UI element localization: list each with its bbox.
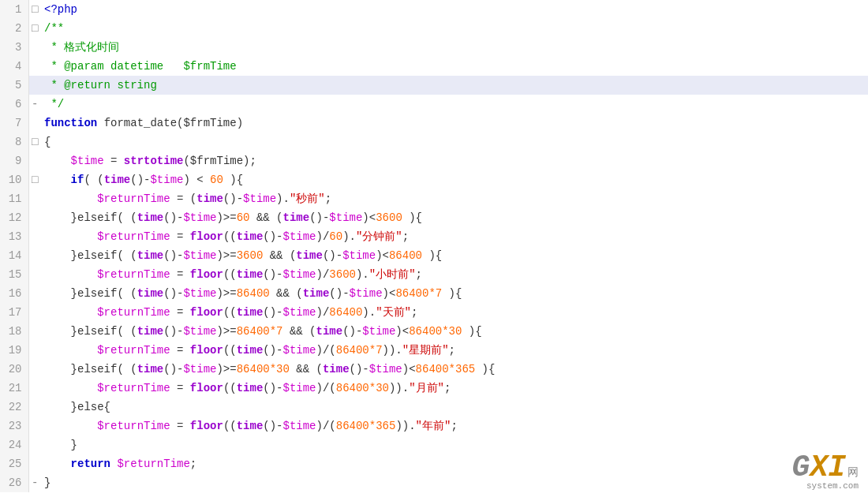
fold-icon[interactable]: □	[28, 19, 41, 38]
code-line: return $returnTime;	[41, 454, 868, 473]
table-row: 13 $returnTime = floor((time()-$time)/60…	[0, 227, 868, 246]
code-line: if( (time()-$time) < 60 ){	[41, 170, 868, 189]
fold-icon	[28, 379, 41, 398]
code-line: }	[41, 473, 868, 492]
line-number: 4	[0, 57, 28, 76]
code-line: /**	[41, 19, 868, 38]
fold-icon[interactable]: -	[28, 473, 41, 492]
line-number: 13	[0, 227, 28, 246]
line-number: 6	[0, 95, 28, 114]
fold-icon	[28, 322, 41, 341]
code-editor: 1□<?php2□/**3 * 格式化时间4 * @param datetime…	[0, 0, 868, 497]
table-row: 3 * 格式化时间	[0, 38, 868, 57]
table-row: 12 }elseif( (time()-$time)>=60 && (time(…	[0, 208, 868, 227]
line-number: 24	[0, 435, 28, 454]
table-row: 15 $returnTime = floor((time()-$time)/36…	[0, 265, 868, 284]
table-row: 1□<?php	[0, 0, 868, 19]
code-line: }elseif( (time()-$time)>=60 && (time()-$…	[41, 208, 868, 227]
line-number: 5	[0, 76, 28, 95]
code-line: }else{	[41, 398, 868, 417]
fold-icon[interactable]: □	[28, 170, 41, 189]
code-line: $returnTime = (time()-$time)."秒前";	[41, 189, 868, 208]
code-line: {	[41, 133, 868, 151]
table-row: 10□ if( (time()-$time) < 60 ){	[0, 170, 868, 189]
table-row: 11 $returnTime = (time()-$time)."秒前";	[0, 189, 868, 208]
fold-icon[interactable]: □	[28, 0, 41, 19]
code-line: */	[41, 95, 868, 114]
line-number: 9	[0, 151, 28, 170]
code-line: $returnTime = floor((time()-$time)/(8640…	[41, 417, 868, 435]
line-number: 10	[0, 170, 28, 189]
code-line: * @param datetime $frmTime	[41, 57, 868, 76]
fold-icon	[28, 265, 41, 284]
table-row: 8□{	[0, 133, 868, 151]
code-line: $returnTime = floor((time()-$time)/60)."…	[41, 227, 868, 246]
table-row: 21 $returnTime = floor((time()-$time)/(8…	[0, 379, 868, 398]
table-row: 4 * @param datetime $frmTime	[0, 57, 868, 76]
code-line: }	[41, 435, 868, 454]
watermark-net: 网	[847, 465, 859, 480]
code-line: * @return string	[41, 76, 868, 95]
fold-icon	[28, 227, 41, 246]
code-line: $returnTime = floor((time()-$time)/3600)…	[41, 265, 868, 284]
line-number: 2	[0, 19, 28, 38]
line-number: 16	[0, 284, 28, 303]
code-line: }elseif( (time()-$time)>=86400*7 && (tim…	[41, 322, 868, 341]
fold-icon	[28, 189, 41, 208]
table-row: 17 $returnTime = floor((time()-$time)/86…	[0, 303, 868, 322]
table-row: 23 $returnTime = floor((time()-$time)/(8…	[0, 417, 868, 435]
watermark-xi: XI	[810, 450, 846, 484]
fold-icon	[28, 246, 41, 265]
fold-icon	[28, 208, 41, 227]
fold-icon	[28, 303, 41, 322]
line-number: 1	[0, 0, 28, 19]
code-line: }elseif( (time()-$time)>=3600 && (time()…	[41, 246, 868, 265]
table-row: 19 $returnTime = floor((time()-$time)/(8…	[0, 341, 868, 360]
fold-icon	[28, 341, 41, 360]
line-number: 7	[0, 114, 28, 133]
code-line: $returnTime = floor((time()-$time)/(8640…	[41, 379, 868, 398]
fold-icon	[28, 435, 41, 454]
code-line: * 格式化时间	[41, 38, 868, 57]
table-row: 7function format_date($frmTime)	[0, 114, 868, 133]
line-number: 12	[0, 208, 28, 227]
fold-icon	[28, 360, 41, 379]
line-number: 19	[0, 341, 28, 360]
table-row: 22 }else{	[0, 398, 868, 417]
fold-icon[interactable]: -	[28, 95, 41, 114]
line-number: 8	[0, 133, 28, 151]
table-row: 20 }elseif( (time()-$time)>=86400*30 && …	[0, 360, 868, 379]
line-number: 15	[0, 265, 28, 284]
line-number: 20	[0, 360, 28, 379]
line-number: 23	[0, 417, 28, 435]
table-row: 9 $time = strtotime($frmTime);	[0, 151, 868, 170]
fold-icon	[28, 284, 41, 303]
line-number: 18	[0, 322, 28, 341]
line-number: 3	[0, 38, 28, 57]
fold-icon	[28, 417, 41, 435]
table-row: 26-}	[0, 473, 868, 492]
table-row: 25 return $returnTime;	[0, 454, 868, 473]
table-row: 24 }	[0, 435, 868, 454]
table-row: 14 }elseif( (time()-$time)>=3600 && (tim…	[0, 246, 868, 265]
watermark: G XI 网 system.com	[792, 450, 859, 491]
code-line: }elseif( (time()-$time)>=86400 && (time(…	[41, 284, 868, 303]
fold-icon	[28, 151, 41, 170]
code-line: $returnTime = floor((time()-$time)/(8640…	[41, 341, 868, 360]
line-number: 22	[0, 398, 28, 417]
table-row: 5 * @return string	[0, 76, 868, 95]
code-line: $returnTime = floor((time()-$time)/86400…	[41, 303, 868, 322]
fold-icon	[28, 454, 41, 473]
code-line: $time = strtotime($frmTime);	[41, 151, 868, 170]
fold-icon	[28, 398, 41, 417]
fold-icon[interactable]: □	[28, 133, 41, 151]
code-line: <?php	[41, 0, 868, 19]
code-line: function format_date($frmTime)	[41, 114, 868, 133]
watermark-g: G	[792, 450, 810, 484]
line-number: 17	[0, 303, 28, 322]
code-table: 1□<?php2□/**3 * 格式化时间4 * @param datetime…	[0, 0, 868, 492]
line-number: 26	[0, 473, 28, 492]
line-number: 21	[0, 379, 28, 398]
line-number: 25	[0, 454, 28, 473]
table-row: 18 }elseif( (time()-$time)>=86400*7 && (…	[0, 322, 868, 341]
